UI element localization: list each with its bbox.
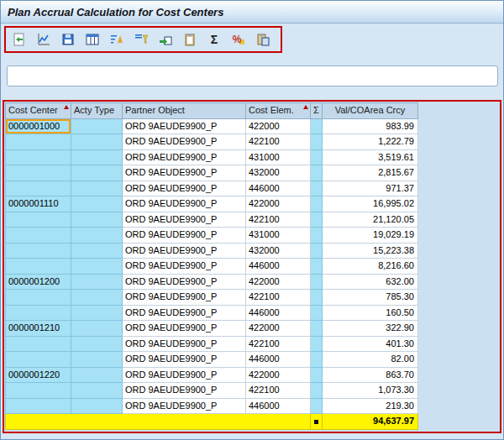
- column-header-cost-center[interactable]: Cost Center: [6, 103, 71, 119]
- cell-partner-object[interactable]: ORD 9AEUDE9900_P: [123, 165, 246, 181]
- cell-cost-center[interactable]: [6, 305, 71, 321]
- cell-value[interactable]: 1,073.30: [323, 383, 418, 399]
- cell-sum-flag[interactable]: [311, 212, 323, 228]
- cell-sum-flag[interactable]: [311, 165, 323, 181]
- cell-value[interactable]: 219.30: [323, 398, 418, 414]
- cell-sum-flag[interactable]: [311, 181, 323, 196]
- column-header-partner-object[interactable]: Partner Object: [123, 103, 246, 119]
- cell-sum-flag[interactable]: [311, 149, 323, 165]
- percentage-icon[interactable]: %: [229, 31, 248, 48]
- cell-acty-type[interactable]: [71, 336, 123, 352]
- cell-cost-elem[interactable]: 422100: [246, 212, 311, 228]
- cell-cost-elem[interactable]: 422100: [246, 383, 311, 399]
- cell-cost-elem[interactable]: 422100: [246, 134, 311, 150]
- cell-partner-object[interactable]: ORD 9AEUDE9900_P: [123, 367, 246, 383]
- cell-sum-flag[interactable]: [311, 259, 323, 275]
- cell-value[interactable]: 1,222.79: [323, 134, 418, 150]
- cell-cost-center[interactable]: [6, 149, 71, 165]
- cell-partner-object[interactable]: ORD 9AEUDE9900_P: [123, 398, 246, 414]
- cell-partner-object[interactable]: ORD 9AEUDE9900_P: [123, 196, 246, 212]
- cell-value[interactable]: 160.50: [323, 305, 418, 321]
- cell-cost-center[interactable]: [6, 398, 71, 414]
- cell-cost-elem[interactable]: 431000: [246, 228, 311, 244]
- cell-cost-center[interactable]: 0000001220: [6, 367, 71, 383]
- cell-partner-object[interactable]: ORD 9AEUDE9900_P: [123, 181, 246, 196]
- cell-acty-type[interactable]: [71, 118, 123, 134]
- cell-sum-flag[interactable]: [311, 321, 323, 337]
- filter-icon[interactable]: [132, 31, 150, 48]
- sort-ascending-icon[interactable]: [108, 31, 126, 48]
- cell-value[interactable]: 863.70: [323, 367, 418, 383]
- cell-cost-center[interactable]: 0000001200: [6, 274, 71, 290]
- cell-acty-type[interactable]: [71, 196, 123, 212]
- cell-cost-center[interactable]: [6, 243, 71, 259]
- cell-cost-elem[interactable]: 446000: [246, 352, 311, 368]
- cell-acty-type[interactable]: [71, 149, 123, 165]
- cell-cost-elem[interactable]: 422000: [246, 321, 311, 337]
- cell-acty-type[interactable]: [71, 212, 123, 228]
- cell-cost-elem[interactable]: 422100: [246, 290, 311, 306]
- cell-cost-center[interactable]: [6, 165, 71, 181]
- cell-cost-center[interactable]: [6, 259, 71, 275]
- cell-cost-elem[interactable]: 446000: [246, 259, 311, 275]
- cell-partner-object[interactable]: ORD 9AEUDE9900_P: [123, 212, 246, 228]
- cell-cost-center[interactable]: [6, 134, 71, 150]
- cell-cost-elem[interactable]: 446000: [246, 398, 311, 414]
- cell-cost-center[interactable]: [6, 352, 71, 368]
- cell-cost-elem[interactable]: 446000: [246, 305, 311, 321]
- cell-partner-object[interactable]: ORD 9AEUDE9900_P: [123, 352, 246, 368]
- cell-value[interactable]: 15,223.38: [323, 243, 418, 259]
- cell-acty-type[interactable]: [71, 134, 123, 150]
- cell-value[interactable]: 21,120.05: [323, 212, 418, 228]
- column-header-acty-type[interactable]: Acty Type: [71, 103, 123, 119]
- cell-cost-center[interactable]: [6, 181, 71, 196]
- cell-cost-elem[interactable]: 422000: [246, 196, 311, 212]
- cell-value[interactable]: 3,519.61: [323, 149, 418, 165]
- cell-acty-type[interactable]: [71, 398, 123, 414]
- cell-partner-object[interactable]: ORD 9AEUDE9900_P: [123, 383, 246, 399]
- cell-value[interactable]: 322.90: [323, 321, 418, 337]
- cell-value[interactable]: 785.30: [323, 290, 418, 306]
- cell-sum-flag[interactable]: [311, 228, 323, 244]
- cell-partner-object[interactable]: ORD 9AEUDE9900_P: [123, 149, 246, 165]
- cell-acty-type[interactable]: [71, 181, 123, 196]
- cell-cost-center[interactable]: [6, 336, 71, 352]
- column-header-cost-elem[interactable]: Cost Elem.: [246, 103, 311, 119]
- cell-sum-flag[interactable]: [311, 336, 323, 352]
- cell-value[interactable]: 2,815.67: [323, 165, 418, 181]
- total-icon[interactable]: Σ: [205, 31, 223, 48]
- cell-acty-type[interactable]: [71, 290, 123, 306]
- cell-sum-flag[interactable]: [311, 383, 323, 399]
- cell-value[interactable]: 983.99: [323, 118, 418, 134]
- cell-partner-object[interactable]: ORD 9AEUDE9900_P: [123, 243, 246, 259]
- cell-cost-center[interactable]: [6, 228, 71, 244]
- cell-value[interactable]: 8,216.60: [323, 259, 418, 275]
- refresh-icon[interactable]: [10, 31, 29, 48]
- cell-cost-center[interactable]: [6, 383, 71, 399]
- cell-sum-flag[interactable]: [311, 305, 323, 321]
- cell-acty-type[interactable]: [71, 321, 123, 337]
- cell-acty-type[interactable]: [71, 259, 123, 275]
- column-header-value[interactable]: Val/COArea Crcy: [323, 103, 418, 119]
- cell-sum-flag[interactable]: [311, 290, 323, 306]
- copy-icon[interactable]: [181, 31, 199, 48]
- cell-partner-object[interactable]: ORD 9AEUDE9900_P: [123, 259, 246, 275]
- cell-cost-center[interactable]: 0000001110: [6, 196, 71, 212]
- cell-acty-type[interactable]: [71, 352, 123, 368]
- choose-layout-icon[interactable]: [83, 31, 102, 48]
- cell-partner-object[interactable]: ORD 9AEUDE9900_P: [123, 321, 246, 337]
- cell-acty-type[interactable]: [71, 274, 123, 290]
- cell-value[interactable]: 19,029.19: [323, 228, 418, 244]
- cell-value[interactable]: 16,995.02: [323, 196, 418, 212]
- cell-cost-elem[interactable]: 422000: [246, 274, 311, 290]
- cell-partner-object[interactable]: ORD 9AEUDE9900_P: [123, 274, 246, 290]
- cell-sum-flag[interactable]: [311, 352, 323, 368]
- export-icon[interactable]: [156, 31, 175, 48]
- cell-partner-object[interactable]: ORD 9AEUDE9900_P: [123, 228, 246, 244]
- cell-acty-type[interactable]: [71, 243, 123, 259]
- cell-partner-object[interactable]: ORD 9AEUDE9900_P: [123, 336, 246, 352]
- cell-cost-elem[interactable]: 432000: [246, 243, 311, 259]
- selection-input[interactable]: [7, 65, 498, 86]
- graphic-icon[interactable]: [34, 31, 53, 48]
- cell-cost-center[interactable]: 0000001000: [6, 118, 71, 134]
